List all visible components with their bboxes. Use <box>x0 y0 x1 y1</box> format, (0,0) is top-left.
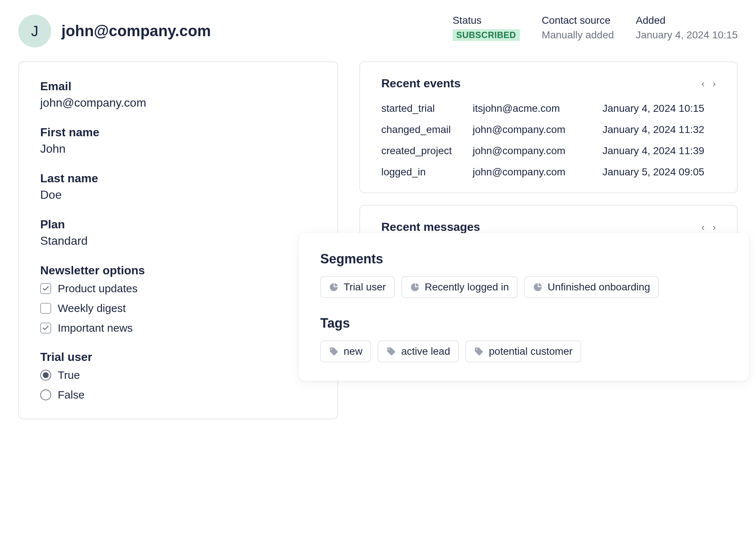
newsletter-option[interactable]: Important news <box>40 322 316 334</box>
event-email: itsjohn@acme.com <box>473 103 602 114</box>
tags-title: Tags <box>320 316 727 331</box>
trial-user-option-label: True <box>58 369 80 381</box>
recent-events-card: Recent events ‹ › started_trialitsjohn@a… <box>359 61 738 193</box>
segment-chip-label: Trial user <box>344 281 386 293</box>
events-table: started_trialitsjohn@acme.comJanuary 4, … <box>381 103 716 178</box>
last-name-field: Last name Doe <box>40 172 316 202</box>
event-date: January 4, 2024 11:39 <box>602 145 716 157</box>
messages-nav: ‹ › <box>702 222 716 232</box>
newsletter-option-label: Weekly digest <box>58 302 126 315</box>
trial-user-option-label: False <box>58 389 84 401</box>
segment-chip[interactable]: Unfinished onboarding <box>524 276 659 298</box>
radio-icon[interactable] <box>40 389 51 400</box>
event-email: john@company.com <box>473 145 602 157</box>
email-value: john@company.com <box>40 96 316 110</box>
event-name: started_trial <box>381 103 473 114</box>
contact-source-label: Contact source <box>542 15 614 26</box>
recent-messages-header: Recent messages ‹ › <box>381 220 716 234</box>
checkbox-icon[interactable] <box>40 283 51 294</box>
segments-title: Segments <box>320 251 727 267</box>
first-name-label: First name <box>40 126 316 139</box>
header-meta: Status SUBSCRIBED Contact source Manuall… <box>453 15 738 41</box>
last-name-label: Last name <box>40 172 316 185</box>
event-email: john@company.com <box>473 124 602 136</box>
right-panel: Recent events ‹ › started_trialitsjohn@a… <box>359 61 738 273</box>
trial-user-label: Trial user <box>40 350 316 364</box>
event-date: January 4, 2024 10:15 <box>602 103 716 114</box>
newsletter-option-label: Product updates <box>58 282 137 295</box>
plan-value: Standard <box>40 234 316 248</box>
tag-chip-label: new <box>344 346 362 357</box>
tag-chip[interactable]: new <box>320 340 371 362</box>
plan-field: Plan Standard <box>40 218 316 248</box>
radio-icon[interactable] <box>40 370 51 381</box>
newsletter-label: Newsletter options <box>40 264 316 277</box>
added-block: Added January 4, 2024 10:15 <box>636 15 738 41</box>
avatar-initial: J <box>31 23 38 39</box>
tags-row: newactive leadpotential customer <box>320 340 727 362</box>
chevron-right-icon[interactable]: › <box>712 222 716 232</box>
added-value: January 4, 2024 10:15 <box>636 29 738 41</box>
event-row[interactable]: changed_emailjohn@company.comJanuary 4, … <box>381 124 716 136</box>
page-title: john@company.com <box>61 22 211 40</box>
plan-label: Plan <box>40 218 316 231</box>
event-name: created_project <box>381 145 473 157</box>
profile-panel: Email john@company.com First name John L… <box>18 61 338 419</box>
tag-chip[interactable]: potential customer <box>465 340 581 362</box>
recent-messages-title: Recent messages <box>381 220 480 234</box>
tag-chip[interactable]: active lead <box>378 340 459 362</box>
event-row[interactable]: started_trialitsjohn@acme.comJanuary 4, … <box>381 103 716 114</box>
newsletter-field: Newsletter options Product updatesWeekly… <box>40 264 316 334</box>
contact-source-value: Manually added <box>542 29 614 41</box>
chevron-right-icon[interactable]: › <box>712 79 716 88</box>
chevron-left-icon[interactable]: ‹ <box>702 79 705 88</box>
added-label: Added <box>636 15 738 26</box>
status-block: Status SUBSCRIBED <box>453 15 520 41</box>
trial-user-field: Trial user TrueFalse <box>40 350 316 401</box>
chevron-left-icon[interactable]: ‹ <box>702 222 705 232</box>
recent-events-title: Recent events <box>381 77 461 90</box>
event-row[interactable]: created_projectjohn@company.comJanuary 4… <box>381 145 716 157</box>
trial-user-option[interactable]: False <box>40 389 316 401</box>
events-nav: ‹ › <box>702 79 716 88</box>
status-label: Status <box>453 15 520 26</box>
segments-row: Trial userRecently logged inUnfinished o… <box>320 276 727 298</box>
email-field: Email john@company.com <box>40 80 316 110</box>
trial-user-option[interactable]: True <box>40 369 316 381</box>
segment-chip[interactable]: Recently logged in <box>401 276 518 298</box>
checkbox-icon[interactable] <box>40 303 51 314</box>
event-name: changed_email <box>381 124 473 136</box>
content: Email john@company.com First name John L… <box>18 61 738 419</box>
contact-header: J john@company.com Status SUBSCRIBED Con… <box>18 15 738 47</box>
first-name-value: John <box>40 142 316 156</box>
recent-events-header: Recent events ‹ › <box>381 77 716 90</box>
event-date: January 5, 2024 09:05 <box>602 166 716 178</box>
newsletter-option-label: Important news <box>58 322 133 334</box>
event-name: logged_in <box>381 166 473 178</box>
trial-user-list: TrueFalse <box>40 369 316 401</box>
segment-chip-label: Recently logged in <box>425 281 509 293</box>
email-label: Email <box>40 80 316 93</box>
newsletter-option[interactable]: Product updates <box>40 282 316 295</box>
segments-tags-panel: Segments Trial userRecently logged inUnf… <box>299 233 749 381</box>
first-name-field: First name John <box>40 126 316 156</box>
segment-chip[interactable]: Trial user <box>320 276 395 298</box>
segment-chip-label: Unfinished onboarding <box>548 281 650 293</box>
status-badge: SUBSCRIBED <box>453 29 520 41</box>
event-date: January 4, 2024 11:32 <box>602 124 716 136</box>
contact-source-block: Contact source Manually added <box>542 15 614 41</box>
event-email: john@company.com <box>473 166 602 178</box>
last-name-value: Doe <box>40 188 316 202</box>
tag-chip-label: active lead <box>401 346 450 357</box>
newsletter-option[interactable]: Weekly digest <box>40 302 316 315</box>
tag-chip-label: potential customer <box>489 346 572 357</box>
checkbox-icon[interactable] <box>40 323 51 334</box>
avatar: J <box>18 15 51 47</box>
event-row[interactable]: logged_injohn@company.comJanuary 5, 2024… <box>381 166 716 178</box>
newsletter-list: Product updatesWeekly digestImportant ne… <box>40 282 316 334</box>
